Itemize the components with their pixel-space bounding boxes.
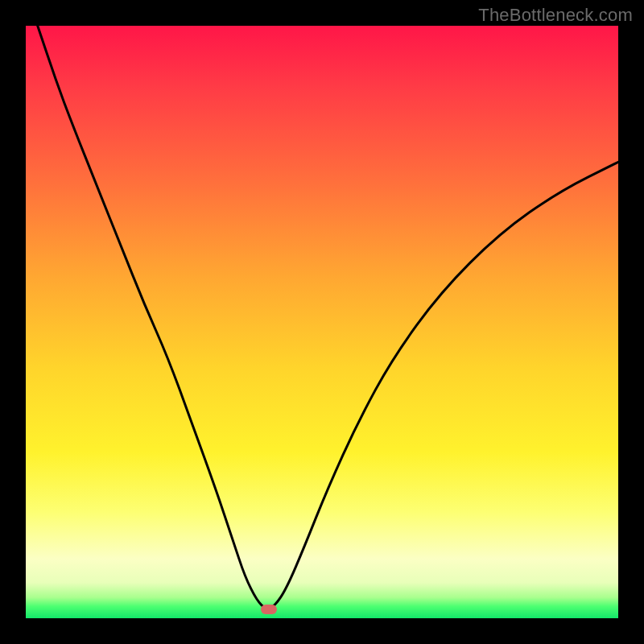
watermark-text: TheBottleneck.com	[478, 5, 633, 26]
chart-frame: TheBottleneck.com	[0, 0, 644, 644]
optimal-marker	[261, 605, 277, 614]
plot-area	[26, 26, 618, 618]
curve-path	[38, 26, 618, 609]
bottleneck-curve	[26, 26, 618, 618]
